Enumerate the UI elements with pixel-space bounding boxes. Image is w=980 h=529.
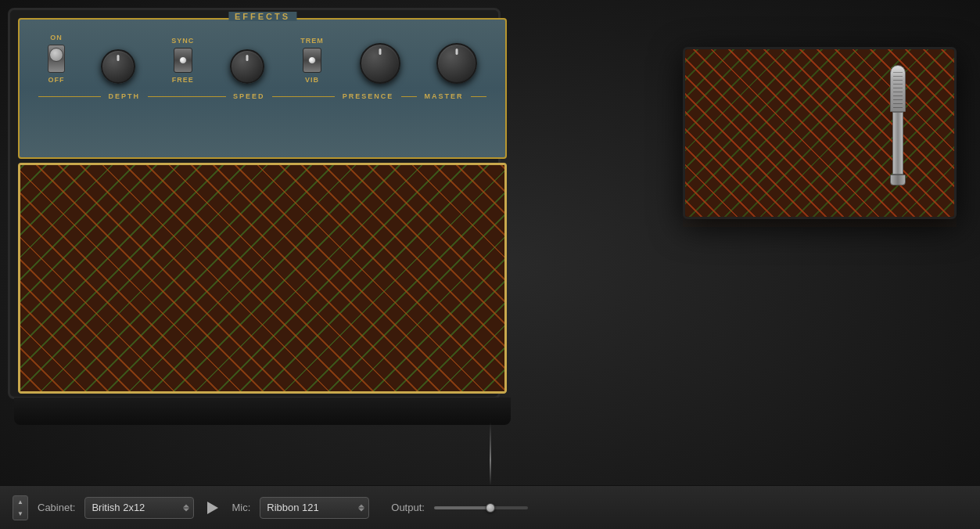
divider-line-3 xyxy=(272,96,335,97)
presence-knob[interactable] xyxy=(360,43,400,84)
effects-label: EFFECTS xyxy=(228,12,296,21)
preset-stepper[interactable]: ▲ ▼ xyxy=(13,495,28,520)
output-slider-thumb[interactable] xyxy=(486,503,495,513)
vib-label: VIB xyxy=(305,76,319,84)
mic-head xyxy=(890,65,906,112)
on-off-toggle[interactable] xyxy=(48,45,65,73)
master-divider-label: MASTER xyxy=(425,92,464,100)
play-button[interactable] xyxy=(203,498,222,517)
controls-panel: EFFECTS ON OFF SYNC xyxy=(18,18,507,159)
depth-group xyxy=(101,49,135,84)
speed-knob[interactable] xyxy=(230,49,264,84)
mic-label: Mic: xyxy=(232,502,250,513)
trem-label: TREM xyxy=(300,37,324,45)
stepper-up-btn[interactable]: ▲ xyxy=(13,496,27,508)
mic-body xyxy=(892,112,903,175)
stepper-down-btn[interactable]: ▼ xyxy=(13,508,27,520)
grille-pattern xyxy=(20,165,504,391)
presence-group xyxy=(360,43,400,84)
divider-line-5 xyxy=(471,96,486,97)
speed-divider-label: SPEED xyxy=(233,92,265,100)
main-container: EFFECTS ON OFF SYNC xyxy=(0,0,980,529)
cabinet-reflection xyxy=(683,208,957,227)
divider-line-1 xyxy=(38,96,101,97)
output-label: Output: xyxy=(391,502,425,513)
mic-position-line xyxy=(490,423,491,485)
play-icon xyxy=(207,502,218,514)
knobs-row: ON OFF SYNC FREE xyxy=(29,26,496,88)
amp-body: EFFECTS ON OFF SYNC xyxy=(8,8,501,399)
master-group xyxy=(436,43,477,84)
cabinet-select[interactable]: British 2x12 xyxy=(84,497,194,519)
divider-row: DEPTH SPEED PRESENCE MASTER xyxy=(29,89,496,103)
amp-unit: EFFECTS ON OFF SYNC xyxy=(0,0,516,415)
bottom-toolbar: ▲ ▼ Cabinet: British 2x12 Mic: Ribbon 12… xyxy=(0,485,980,529)
depth-knob[interactable] xyxy=(101,49,135,84)
cabinet-grille xyxy=(685,49,954,217)
toggle-dot xyxy=(179,56,187,64)
depth-divider-label: DEPTH xyxy=(108,92,140,100)
on-off-group: ON OFF xyxy=(48,34,65,84)
output-slider-track[interactable] xyxy=(434,506,528,509)
presence-divider-label: PRESENCE xyxy=(343,92,394,100)
off-label: OFF xyxy=(48,76,65,84)
mic-select-wrapper: Ribbon 121 xyxy=(260,497,369,519)
mic-base xyxy=(890,175,906,185)
trem-vib-toggle[interactable] xyxy=(303,48,321,73)
sync-free-toggle[interactable] xyxy=(174,48,192,73)
mic-select[interactable]: Ribbon 121 xyxy=(260,497,369,519)
cabinet-select-wrapper: British 2x12 xyxy=(84,497,194,519)
speaker-grille xyxy=(18,163,507,394)
divider-line-2 xyxy=(148,96,226,97)
sync-free-group: SYNC FREE xyxy=(171,37,194,84)
cabinet-unit xyxy=(683,47,957,219)
cabinet-label: Cabinet: xyxy=(38,502,75,513)
trem-vib-group: TREM VIB xyxy=(300,37,324,84)
free-label: FREE xyxy=(172,76,194,84)
on-label: ON xyxy=(50,34,63,41)
sync-label: SYNC xyxy=(171,37,194,45)
cabinet-body xyxy=(683,47,957,219)
speed-group xyxy=(230,49,264,84)
output-slider-container xyxy=(434,506,967,509)
amp-bottom xyxy=(14,398,511,425)
divider-line-4 xyxy=(401,96,417,97)
master-knob[interactable] xyxy=(436,43,477,84)
toggle-dot-2 xyxy=(308,56,316,64)
mic-on-cabinet xyxy=(888,65,907,206)
